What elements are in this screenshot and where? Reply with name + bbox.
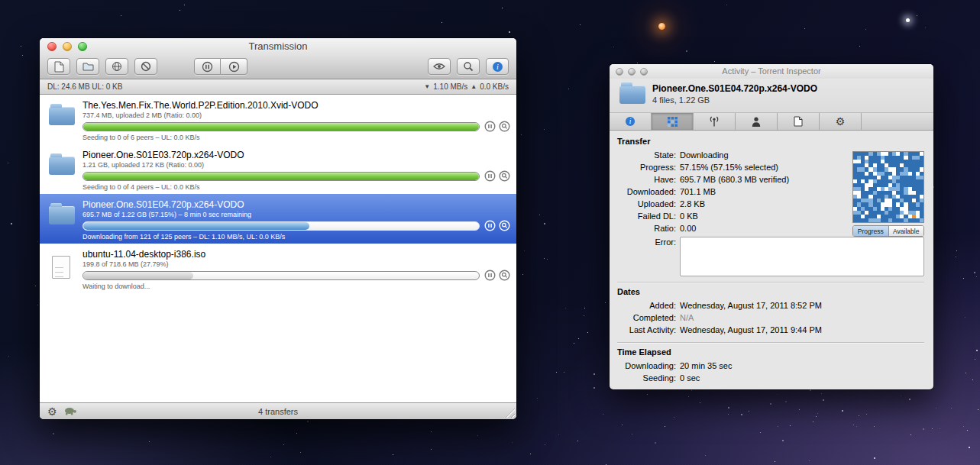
field-value: 701.1 MB [680,186,716,198]
inspector-button[interactable]: i [486,58,509,75]
torrent-list: The.Yes.Men.Fix.The.World.P2P.Edition.20… [40,95,516,402]
reveal-torrent-button[interactable] [498,120,510,132]
section-heading: Dates [617,287,924,296]
download-speed: 1.10 MB/s [433,82,467,91]
minimize-button[interactable] [63,42,72,51]
torrent-name: ubuntu-11.04-desktop-i386.iso [82,249,510,260]
status-bar: DL: 24.6 MB UL: 0 KB ▼ 1.10 MB/s ▲ 0.0 K… [40,79,516,95]
dates-section: Dates Added:Wednesday, August 17, 2011 8… [617,287,924,337]
torrent-name: Pioneer.One.S01E03.720p.x264-VODO [82,150,510,160]
inspector-torrent-meta: 4 files, 1.22 GB [652,95,926,105]
speed-limit-turtle-button[interactable] [63,406,77,417]
inspector-window: Activity – Torrent Inspector Pioneer.One… [610,64,933,389]
transfer-section: Transfer State:Downloading Progress:57.1… [617,137,924,276]
field-label: Uploaded: [617,199,680,210]
pause-circle-icon [484,270,496,281]
orange-star [658,23,665,30]
files-icon [794,116,803,127]
field-value: N/A [680,312,694,324]
folder-icon [49,157,75,175]
tab-info[interactable]: i [610,113,652,130]
section-heading: Transfer [617,137,924,146]
window-chrome: Transmission [40,38,516,79]
open-address-button[interactable] [105,58,128,75]
folder-icon [82,62,94,71]
torrent-status: Waiting to download... [82,283,510,291]
pause-torrent-button[interactable] [484,120,496,132]
transfer-totals: DL: 24.6 MB UL: 0 KB [47,82,122,91]
pieces-grid [852,151,924,223]
remove-torrent-button[interactable] [134,58,157,75]
filter-button[interactable] [457,58,480,75]
error-field[interactable] [680,237,924,276]
error-label: Error: [617,237,680,276]
torrent-row-selected[interactable]: Pioneer.One.S01E04.720p.x264-VODO 695.7 … [40,194,516,244]
progress-bar [82,172,480,181]
field-value: 2.8 KB [680,199,705,210]
torrent-row[interactable]: Pioneer.One.S01E03.720p.x264-VODO 1.21 G… [40,144,516,194]
document-icon [54,61,64,73]
pieces-grid-icon [668,117,678,127]
open-torrent-button[interactable] [76,58,99,75]
torrent-details: 737.4 MB, uploaded 2 MB (Ratio: 0.00) [82,111,510,120]
download-arrow-icon: ▼ [424,84,430,90]
field-label: Added: [617,300,680,312]
svg-text:i: i [496,63,499,71]
inspector-content: Transfer State:Downloading Progress:57.1… [610,131,933,389]
field-label: Progress: [617,162,680,173]
torrent-status: Seeding to 0 of 4 peers – UL: 0.0 KB/s [82,183,510,192]
magnifier-circle-icon [499,220,510,231]
tab-options[interactable]: ⚙ [820,113,862,130]
tab-activity[interactable] [652,113,694,130]
progress-bar [82,271,480,280]
reveal-torrent-button[interactable] [498,219,510,231]
pause-torrent-button[interactable] [484,170,496,182]
zoom-button[interactable] [78,42,87,51]
white-star [906,18,910,22]
reveal-torrent-button[interactable] [498,269,510,281]
pause-torrent-button[interactable] [484,219,496,231]
close-button[interactable] [616,68,623,76]
pieces-progress-segment[interactable]: Progress [853,226,889,236]
pause-all-button[interactable] [194,58,221,75]
pause-torrent-button[interactable] [484,269,496,281]
action-gear-button[interactable]: ⚙ [47,406,57,417]
field-label: Downloaded: [617,186,680,198]
globe-icon [112,61,122,72]
create-torrent-button[interactable] [47,58,70,75]
pause-resume-group [194,58,247,75]
torrent-details: 1.21 GB, uploaded 172 KB (Ratio: 0.00) [82,161,510,170]
reveal-torrent-button[interactable] [498,170,510,182]
torrent-row[interactable]: The.Yes.Men.Fix.The.World.P2P.Edition.20… [40,95,516,144]
tab-files[interactable] [778,113,820,130]
upload-arrow-icon: ▲ [471,84,477,90]
traffic-lights [47,42,87,51]
pieces-available-segment[interactable]: Available [889,226,924,236]
tab-peers[interactable] [736,113,778,130]
progress-bar-fill [83,123,479,131]
transfer-count: 4 transfers [258,407,298,416]
transmission-window: Transmission [40,38,516,419]
close-button[interactable] [47,42,57,51]
zoom-button[interactable] [640,68,648,76]
tab-tracker[interactable] [694,113,736,130]
progress-bar-fill [83,222,309,230]
field-value: Wednesday, August 17, 2011 8:52 PM [680,300,822,312]
play-circle-icon [228,61,240,73]
resume-all-button[interactable] [221,58,247,75]
inspector-tab-bar: i ⚙ [610,112,933,131]
field-value: 695.7 MB (680.3 MB verified) [680,174,789,186]
section-divider [617,342,924,343]
info-icon: i [492,61,503,73]
minimize-button[interactable] [628,68,636,76]
window-title: Transmission [40,38,516,54]
torrent-row[interactable]: ubuntu-11.04-desktop-i386.iso 199.8 of 7… [40,244,516,293]
pause-circle-icon [484,220,496,231]
field-label: Last Activity: [617,325,680,336]
resize-grip[interactable] [506,408,515,418]
quicklook-button[interactable] [428,58,451,75]
torrent-name: Pioneer.One.S01E04.720p.x264-VODO [82,199,510,210]
upload-speed: 0.0 KB/s [480,82,509,91]
inspector-header: Pioneer.One.S01E04.720p.x264-VODO 4 file… [610,79,933,112]
field-value: Downloading [680,150,729,161]
